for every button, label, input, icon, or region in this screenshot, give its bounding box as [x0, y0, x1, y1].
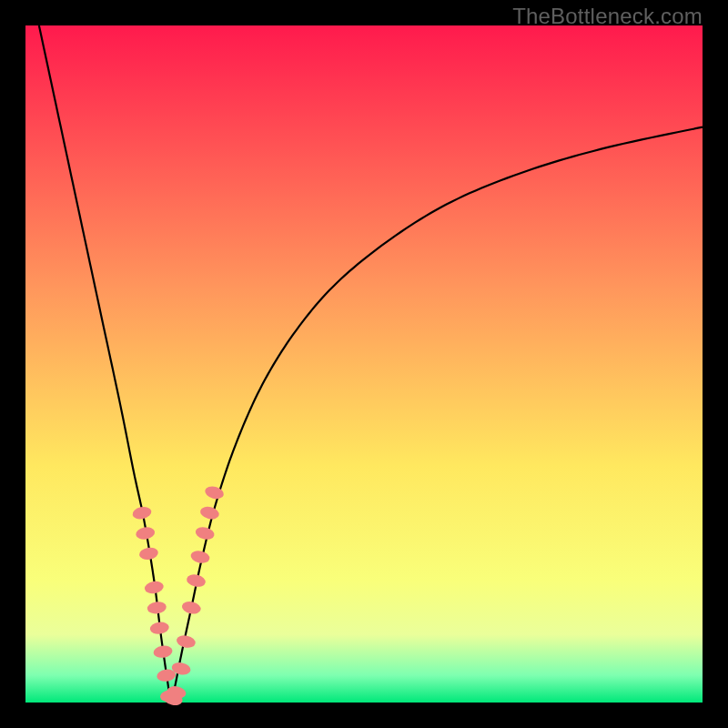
curve-marker: [189, 549, 210, 564]
curve-marker: [144, 580, 165, 594]
curve-marker: [131, 505, 152, 521]
curve-marker: [194, 525, 216, 541]
watermark-text: TheBottleneck.com: [512, 4, 703, 29]
curve-marker: [181, 600, 202, 615]
curve-marker: [186, 573, 207, 589]
chart-frame: TheBottleneck.com: [0, 0, 728, 728]
curve-marker: [176, 633, 197, 649]
curve-marker: [135, 526, 156, 541]
curve-marker: [149, 621, 169, 634]
curve-marker: [147, 601, 167, 614]
curve-svg: [25, 25, 703, 703]
curve-marker: [138, 546, 159, 561]
curve-marker: [153, 644, 174, 659]
marker-group: [131, 485, 225, 708]
curve-marker: [199, 505, 221, 521]
bottleneck-curve: [39, 25, 703, 703]
plot-area: [25, 25, 703, 703]
